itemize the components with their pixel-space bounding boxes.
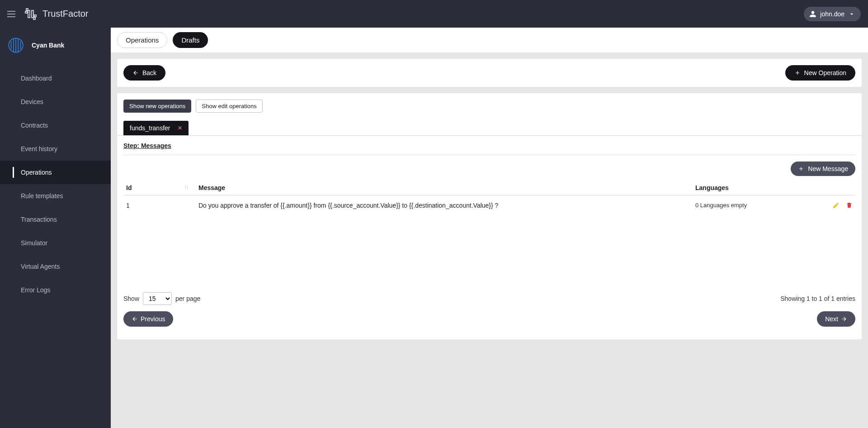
close-icon[interactable]: ✕	[178, 125, 182, 131]
plus-icon	[794, 70, 801, 76]
org-name: Cyan Bank	[32, 42, 64, 49]
arrow-left-icon	[132, 316, 138, 322]
show-label: Show	[123, 295, 139, 302]
plus-icon	[798, 166, 804, 172]
next-label: Next	[825, 315, 838, 323]
back-button-label: Back	[142, 69, 156, 76]
page-size-select[interactable]: 15	[143, 292, 172, 305]
new-message-label: New Message	[808, 165, 848, 172]
sidebar-item-dashboard[interactable]: Dashboard	[0, 67, 111, 90]
back-button[interactable]: Back	[123, 65, 165, 81]
sidebar-item-event-history[interactable]: Event history	[0, 137, 111, 161]
sidebar-item-rule-templates[interactable]: Rule templates	[0, 184, 111, 208]
brand-name: TrustFactor	[42, 9, 89, 19]
col-header-id[interactable]: Id ↑↓	[123, 181, 196, 195]
sort-icon: ↑↓	[184, 184, 188, 190]
previous-label: Previous	[141, 315, 165, 323]
user-icon	[809, 10, 816, 18]
new-message-button[interactable]: New Message	[791, 162, 855, 176]
sidebar-item-error-logs[interactable]: Error Logs	[0, 278, 111, 302]
sidebar-item-contracts[interactable]: Contracts	[0, 114, 111, 137]
sidebar-item-transactions[interactable]: Transactions	[0, 208, 111, 231]
org-logo-icon	[6, 36, 25, 55]
tab-operations[interactable]: Operations	[117, 32, 167, 48]
per-page-label: per page	[175, 295, 200, 302]
new-operation-label: New Operation	[804, 69, 846, 76]
col-header-message[interactable]: Message	[196, 181, 693, 195]
org-header: Cyan Bank	[0, 28, 111, 67]
paging-summary: Showing 1 to 1 of 1 entries	[780, 295, 855, 302]
tab-drafts[interactable]: Drafts	[173, 32, 208, 48]
brand-icon	[24, 7, 38, 21]
cell-languages: 0 Languages empty	[693, 195, 815, 216]
user-name: john.doe	[820, 10, 844, 18]
next-button[interactable]: Next	[817, 311, 855, 327]
cell-id: 1	[123, 195, 196, 216]
col-header-languages[interactable]: Languages	[693, 181, 815, 195]
delete-icon[interactable]	[846, 202, 853, 209]
show-edit-operations-toggle[interactable]: Show edit operations	[196, 100, 262, 113]
show-new-operations-toggle[interactable]: Show new operations	[123, 100, 191, 113]
sidebar-item-devices[interactable]: Devices	[0, 90, 111, 114]
cell-message: Do you approve a transfer of {{.amount}}…	[196, 195, 693, 216]
sidebar-nav: Dashboard Devices Contracts Event histor…	[0, 67, 111, 302]
draft-tab-label: funds_transfer	[130, 124, 170, 132]
draft-tab-funds-transfer[interactable]: funds_transfer ✕	[123, 121, 189, 135]
user-menu-button[interactable]: john.doe	[804, 7, 861, 21]
messages-table: Id ↑↓ Message Languages	[123, 181, 855, 215]
new-operation-button[interactable]: New Operation	[785, 65, 855, 81]
previous-button[interactable]: Previous	[123, 311, 173, 327]
arrow-right-icon	[841, 316, 847, 322]
step-title: Step: Messages	[123, 142, 855, 155]
sidebar-item-operations[interactable]: Operations	[0, 161, 111, 184]
sidebar-item-virtual-agents[interactable]: Virtual Agents	[0, 255, 111, 278]
chevron-down-icon	[848, 10, 855, 18]
brand-logo: TrustFactor	[24, 7, 89, 21]
menu-toggle-button[interactable]	[7, 9, 18, 19]
edit-icon[interactable]	[832, 202, 840, 209]
sidebar-item-simulator[interactable]: Simulator	[0, 231, 111, 255]
arrow-left-icon	[132, 70, 139, 76]
table-row: 1 Do you approve a transfer of {{.amount…	[123, 195, 855, 216]
